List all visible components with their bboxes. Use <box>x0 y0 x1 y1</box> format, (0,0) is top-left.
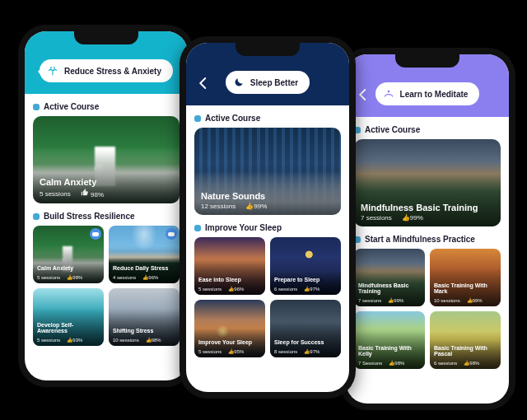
hero-text: Calm Anxiety 5 sessions 98% <box>40 177 104 198</box>
hero-card[interactable]: Calm Anxiety 5 sessions 98% <box>33 116 180 203</box>
section-header-2: Improve Your Sleep <box>194 223 341 232</box>
badge-icon <box>166 228 177 240</box>
back-button[interactable] <box>356 87 371 102</box>
course-grid: Ease into Sleep 5 sessions👍96% Prepare t… <box>194 237 341 357</box>
category-pill[interactable]: Reduce Stress & Anxiety <box>40 59 173 82</box>
card-title: Prepare to Sleep <box>274 277 319 283</box>
card-title: Reduce Daily Stress <box>113 265 168 272</box>
hero-card[interactable]: Mindfulness Basic Training 7 sessions 👍9… <box>354 139 501 226</box>
hero-card[interactable]: Nature Sounds 12 sessions 👍99% <box>194 128 341 215</box>
content: Active Course Mindfulness Basic Training… <box>346 117 509 404</box>
section-title: Active Course <box>365 125 420 134</box>
badge-icon <box>90 228 101 240</box>
course-card[interactable]: Calm Anxiety 5 sessions👍98% <box>33 226 104 283</box>
section-title: Active Course <box>205 114 260 123</box>
back-button[interactable] <box>196 76 211 91</box>
back-button[interactable] <box>35 64 49 79</box>
lotus-icon <box>382 87 395 100</box>
course-grid: Calm Anxiety 5 sessions👍98% Reduce Daily… <box>33 226 180 346</box>
section-header-2: Start a Mindfulness Practice <box>354 235 501 244</box>
course-grid: Mindfulness Basic Training 7 sessions👍99… <box>354 249 501 369</box>
notch <box>74 31 138 44</box>
card-title: Basic Training With Pascal <box>434 345 501 357</box>
card-title: Shifting Stress <box>113 328 153 334</box>
course-card[interactable]: Prepare to Sleep 6 sessions👍97% <box>270 237 341 295</box>
hero-sessions: 12 sessions <box>201 203 236 210</box>
card-title: Ease into Sleep <box>198 277 241 283</box>
category-label: Reduce Stress & Anxiety <box>64 67 161 76</box>
course-card[interactable]: Basic Training With Mark 10 sessions👍99% <box>430 249 501 306</box>
phone-stress: Reduce Stress & Anxiety Active Course Ca… <box>18 25 194 387</box>
screen: Sleep Better Active Course Nature Sounds… <box>186 43 349 392</box>
section-header-active: Active Course <box>354 125 501 134</box>
hero-text: Nature Sounds 12 sessions 👍99% <box>201 191 267 210</box>
phone-meditate: Learn to Meditate Active Course Mindfuln… <box>339 48 515 410</box>
category-label: Sleep Better <box>250 78 298 87</box>
course-card[interactable]: Shifting Stress 10 sessions👍98% <box>109 288 180 346</box>
course-card[interactable]: Reduce Daily Stress 4 sessions👍96% <box>109 226 180 283</box>
section-header-2: Build Stress Resilience <box>33 212 180 221</box>
course-card[interactable]: Basic Training With Kelly 7 Sessions👍98% <box>354 311 425 369</box>
section-header-active: Active Course <box>194 114 341 123</box>
bullet-icon <box>33 104 40 110</box>
card-title: Improve Your Sleep <box>198 339 252 346</box>
hero-title: Calm Anxiety <box>40 177 104 187</box>
card-title: Mindfulness Basic Training <box>358 282 425 295</box>
course-card[interactable]: Develop Self-Awareness 5 sessions👍93% <box>33 288 104 346</box>
section-header-active: Active Course <box>33 102 180 111</box>
phone-sleep: Sleep Better Active Course Nature Sounds… <box>180 36 356 399</box>
hero-text: Mindfulness Basic Training 7 sessions 👍9… <box>361 203 478 222</box>
course-card[interactable]: Ease into Sleep 5 sessions👍96% <box>194 237 265 295</box>
course-card[interactable]: Basic Training With Pascal 6 sessions👍98… <box>430 311 501 369</box>
notch <box>236 43 300 56</box>
category-pill[interactable]: Sleep Better <box>226 71 310 94</box>
course-card[interactable]: Improve Your Sleep 5 sessions👍95% <box>194 300 265 357</box>
card-title: Sleep for Success <box>274 339 324 346</box>
bullet-icon <box>194 115 201 122</box>
category-label: Learn to Meditate <box>400 90 469 99</box>
card-title: Calm Anxiety <box>37 265 73 272</box>
moon-icon <box>232 76 245 89</box>
card-title: Basic Training With Mark <box>434 282 501 295</box>
bullet-icon <box>194 225 201 231</box>
content: Active Course Nature Sounds 12 sessions … <box>186 105 349 392</box>
screen: Reduce Stress & Anxiety Active Course Ca… <box>25 31 188 380</box>
card-title: Develop Self-Awareness <box>37 322 104 334</box>
hero-sessions: 7 sessions <box>361 214 392 222</box>
notch <box>395 54 459 68</box>
svg-point-0 <box>387 91 389 93</box>
hero-sessions: 5 sessions <box>40 190 71 198</box>
card-title: Basic Training With Kelly <box>358 345 425 357</box>
course-card[interactable]: Mindfulness Basic Training 7 sessions👍99… <box>354 249 425 306</box>
section-title: Start a Mindfulness Practice <box>365 235 475 244</box>
section-title: Improve Your Sleep <box>205 223 282 232</box>
hero-title: Mindfulness Basic Training <box>361 203 478 212</box>
screen: Learn to Meditate Active Course Mindfuln… <box>346 54 509 404</box>
hero-title: Nature Sounds <box>201 191 267 201</box>
category-pill[interactable]: Learn to Meditate <box>375 82 480 105</box>
section-title: Build Stress Resilience <box>44 212 135 221</box>
course-card[interactable]: Sleep for Success 8 sessions👍97% <box>270 300 341 357</box>
hero-rating: 98% <box>81 189 104 198</box>
bullet-icon <box>33 213 40 220</box>
section-title: Active Course <box>44 102 99 111</box>
content: Active Course Calm Anxiety 5 sessions 98… <box>25 94 188 380</box>
